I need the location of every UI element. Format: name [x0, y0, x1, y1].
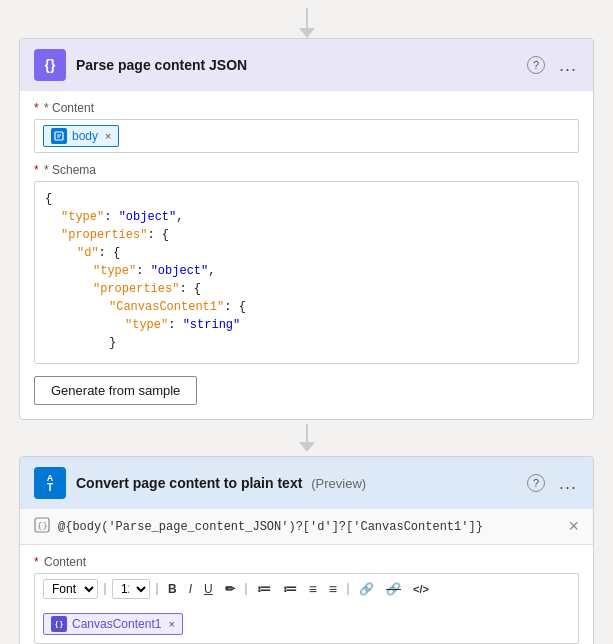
toolbar-divider-4: [347, 583, 349, 595]
body-token-close[interactable]: ×: [105, 130, 111, 142]
toolbar-divider-3: [245, 583, 247, 595]
canvas-content-token[interactable]: { } CanvasContent1 ×: [43, 613, 183, 635]
convert-card: A T Convert page content to plain text (…: [19, 456, 594, 644]
json-line-2: "properties": {: [45, 226, 568, 244]
json-line-5: "properties": {: [45, 280, 568, 298]
parse-json-more-icon[interactable]: ...: [557, 53, 579, 78]
generate-from-sample-button[interactable]: Generate from sample: [34, 376, 197, 405]
num-list-button[interactable]: ≔: [279, 580, 301, 598]
bullet-list-button[interactable]: ≔: [253, 580, 275, 598]
font-select[interactable]: Font: [43, 579, 98, 599]
content2-label: * Content: [34, 555, 579, 569]
toolbar-divider-2: [156, 583, 158, 595]
svg-rect-0: [55, 132, 63, 140]
size-select[interactable]: 12: [112, 579, 150, 599]
json-line-6: "CanvasContent1": {: [45, 298, 568, 316]
schema-scroll[interactable]: { "type": "object", "properties": { "d":…: [45, 190, 568, 355]
body-token-icon: [51, 128, 67, 144]
content-label: * * Content: [34, 101, 579, 115]
schema-label: * * Schema: [34, 163, 579, 177]
json-line-9: }: [45, 352, 568, 355]
parse-json-card-body: * * Content body × *: [20, 91, 593, 419]
parse-json-icon: {}: [34, 49, 66, 81]
toolbar-divider-1: [104, 583, 106, 595]
rich-content[interactable]: { } CanvasContent1 ×: [34, 604, 579, 644]
convert-card-header: A T Convert page content to plain text (…: [20, 457, 593, 509]
convert-card-body: {} @{body('Parse_page_content_JSON')?['d…: [20, 509, 593, 644]
convert-more-icon[interactable]: ...: [557, 471, 579, 496]
content-section: * Content Font 12 B I U ✏: [20, 545, 593, 644]
underline-button[interactable]: U: [200, 581, 217, 597]
parse-json-header-right: ? ...: [527, 53, 579, 78]
svg-text:{}: {}: [37, 521, 48, 531]
convert-card-icon: A T: [34, 467, 66, 499]
formula-close-icon[interactable]: ×: [568, 516, 579, 537]
parse-json-header-left: {} Parse page content JSON: [34, 49, 247, 81]
parse-json-card: {} Parse page content JSON ? ... * * Con…: [19, 38, 594, 420]
json-line-0: {: [45, 190, 568, 208]
json-line-7: "type": "string": [45, 316, 568, 334]
formula-text: @{body('Parse_page_content_JSON')?['d']?…: [58, 520, 483, 534]
json-line-3: "d": {: [45, 244, 568, 262]
link-button[interactable]: 🔗: [355, 581, 378, 597]
pen-button[interactable]: ✏: [221, 581, 239, 597]
convert-card-title: Convert page content to plain text (Prev…: [76, 475, 366, 491]
json-line-8: }: [45, 334, 568, 352]
json-line-1: "type": "object",: [45, 208, 568, 226]
convert-help-icon[interactable]: ?: [527, 474, 545, 492]
convert-header-right: ? ...: [527, 471, 579, 496]
formula-bar: {} @{body('Parse_page_content_JSON')?['d…: [20, 509, 593, 545]
json-line-4: "type": "object",: [45, 262, 568, 280]
italic-button[interactable]: I: [185, 581, 196, 597]
parse-json-title: Parse page content JSON: [76, 57, 247, 73]
body-token[interactable]: body ×: [43, 125, 119, 147]
bold-button[interactable]: B: [164, 581, 181, 597]
code-button[interactable]: </>: [409, 582, 433, 596]
content-input[interactable]: body ×: [34, 119, 579, 153]
convert-header-left: A T Convert page content to plain text (…: [34, 467, 366, 499]
align-right-button[interactable]: ≡: [325, 580, 341, 598]
schema-editor[interactable]: { "type": "object", "properties": { "d":…: [34, 181, 579, 364]
rich-toolbar: Font 12 B I U ✏ ≔ ≔ ≡ ≡: [34, 573, 579, 604]
unlink-button[interactable]: 🔗: [382, 581, 405, 597]
parse-json-help-icon[interactable]: ?: [527, 56, 545, 74]
align-left-button[interactable]: ≡: [305, 580, 321, 598]
middle-connector: [299, 424, 315, 452]
formula-icon: {}: [34, 517, 50, 536]
canvas-token-close[interactable]: ×: [168, 618, 174, 630]
canvas-token-icon: { }: [51, 616, 67, 632]
top-connector: [299, 8, 315, 38]
parse-json-card-header: {} Parse page content JSON ? ...: [20, 39, 593, 91]
